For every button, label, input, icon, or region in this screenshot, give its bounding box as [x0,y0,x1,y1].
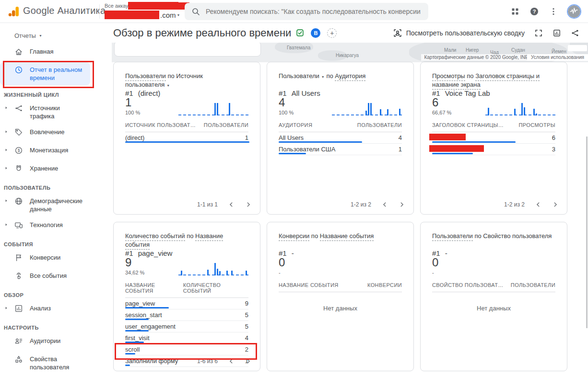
map-terms-link[interactable]: Условия использования [527,54,588,61]
sidebar-item-acquisition[interactable]: Источники трафика [0,101,90,124]
sidebar-item-tech[interactable]: Технология [0,217,90,235]
pagination: 1-2 из 2 [351,201,406,208]
row-value: 1 [245,134,248,141]
apps-grid-icon[interactable] [509,6,521,17]
chevron-left-icon[interactable] [381,201,388,208]
sidebar-item-user-properties[interactable]: Свойства пользователя [0,352,90,375]
sidebar-section-events: СОБЫТИЯ [4,241,112,247]
row-label: user_engagement [125,323,176,330]
flag-icon [14,253,24,264]
sidebar-item-engagement[interactable]: Вовлечение [0,125,90,142]
fullscreen-icon[interactable] [534,29,543,37]
sidebar-item-retention[interactable]: Хранение [0,161,90,178]
arrow-spacer [4,66,14,67]
expand-arrow-icon[interactable] [4,128,14,134]
user-summary-button[interactable]: Посмотреть пользовательскую сводку [393,28,525,38]
audiences-icon [14,337,24,347]
row-value-bar [432,153,473,154]
customize-report-icon[interactable] [553,29,561,37]
sidebar-item-label: Анализ [30,304,83,312]
sparkline-bar [214,263,216,275]
card-dimension-selector[interactable]: Пользователи [279,72,319,80]
arrow-spacer [4,47,14,49]
sidebar-item-audiences[interactable]: Аудитории [0,333,90,351]
chevron-left-icon[interactable] [534,201,542,208]
scrollbar-thumb[interactable] [586,137,588,328]
row-label: Заполнили форму [125,357,178,365]
card-title-text: по [166,72,176,80]
card-dimension-selector[interactable]: Название события [320,232,374,241]
sparkline-bar [514,109,516,115]
sidebar-item-analysis[interactable]: Анализ [0,301,90,318]
chevron-right-icon[interactable] [245,201,252,208]
metric-percent: - [279,270,285,275]
sidebar-item-demographics[interactable]: Демографические данные [0,194,90,217]
column-header-metric: ПОЛЬЗОВАТЕЛИ [357,122,402,128]
top-item-row: #1(direct) [125,89,248,99]
metric-value: 0 [432,257,438,268]
card-event-count-by-event-name: Количество событий по Название события#1… [113,222,260,371]
card-dimension-selector[interactable]: Пользователи [432,232,473,241]
sparkline-bar [219,271,221,275]
card-dimension-selector[interactable]: Конверсии [279,232,309,241]
reports-selector[interactable]: Отчеты ▼ [14,32,48,39]
expand-arrow-icon[interactable] [4,164,14,171]
chevron-left-icon[interactable] [227,357,235,365]
chevron-right-icon[interactable] [245,357,252,365]
more-vertical-icon[interactable] [548,6,559,17]
sparkline-bar [226,271,228,275]
data-status-check-icon[interactable] [296,29,304,37]
card-users-by-user-source: Пользователи по Источник пользователя▼#1… [113,62,260,215]
sparkline-bar [214,103,216,115]
expand-arrow-icon[interactable] [4,197,14,203]
arrow-spacer [4,272,14,273]
chevron-down-icon: ▼ [166,84,170,87]
divider [99,4,100,19]
sparkline-bar [231,271,233,275]
collaborator-badge[interactable]: В [311,28,320,38]
globe-icon [14,197,24,207]
add-collaborator-icon[interactable]: + [327,28,337,38]
search-bar [185,3,428,20]
title-actions: Посмотреть пользовательскую сводку [393,23,579,43]
metric-percent: 100 % [125,110,140,115]
expand-arrow-icon[interactable] [4,146,14,152]
expand-arrow-icon[interactable] [4,221,14,227]
row-label: scroll [125,346,140,353]
sidebar-item-realtime[interactable]: Отчет в реальном времени [0,62,90,85]
card-title: Просмотры по Заголовок страницы и назван… [432,72,555,89]
sidebar-item-all-events[interactable]: Все события [0,268,90,286]
row-value-bar [125,342,144,343]
card-dimension-selector[interactable]: Аудитория [335,72,365,81]
clock-icon [14,66,24,76]
help-icon[interactable]: ? [529,6,540,17]
sparkline-chart [178,261,248,275]
avatar[interactable] [567,4,581,19]
product-name: Google Аналитика [23,5,106,16]
search-input[interactable] [185,3,428,20]
sidebar-item-label: Хранение [30,164,83,172]
sidebar-item-label: Аудитории [30,337,83,345]
row-label: (direct) [125,134,144,141]
expand-arrow-icon[interactable] [4,304,14,310]
sparkline-bar [181,271,182,275]
sparkline-baseline [332,114,402,115]
expand-arrow-icon[interactable] [4,104,14,110]
row-value-bar [125,319,149,320]
chevron-left-icon[interactable] [227,201,235,208]
column-header-dimension: АУДИТОРИЯ [279,122,312,128]
card-dimension-selector[interactable]: Пользователи [125,72,166,81]
sidebar-item-label: Демографические данные [30,197,83,213]
sidebar-item-home[interactable]: Главная [0,44,90,61]
page-title: Обзор в режиме реального времени [113,27,291,39]
card-title: Конверсии по Название события [279,232,402,249]
user-summary-icon [393,28,402,38]
sidebar-item-conversions[interactable]: Конверсии [0,250,90,267]
sidebar-item-monetization[interactable]: $Монетизация [0,143,90,160]
card-dimension-selector[interactable]: Просмотры [432,72,465,81]
share-icon[interactable] [571,29,579,37]
chevron-right-icon[interactable] [552,201,559,208]
chevron-right-icon[interactable] [398,201,406,208]
map-attribution: Картографические данные © 2020 Google, I… [421,54,536,61]
card-dimension-selector[interactable]: Количество событий [125,232,185,241]
